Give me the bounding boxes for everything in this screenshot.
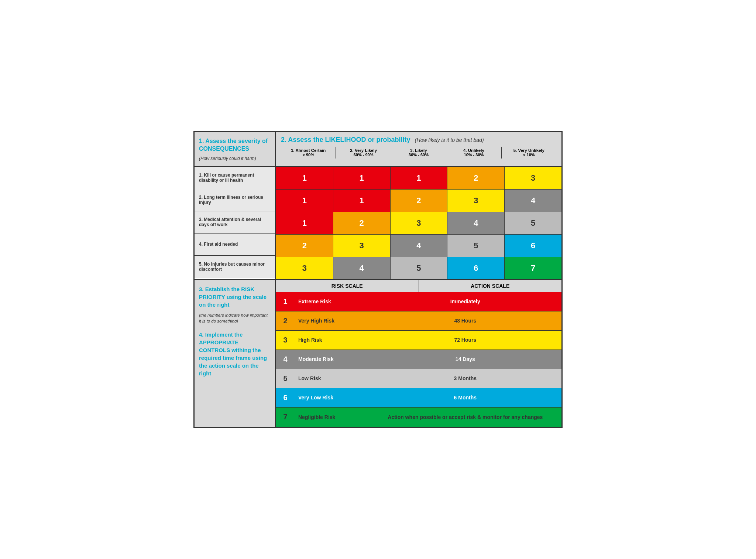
matrix-cell-2-1: 1 (276, 190, 333, 212)
scale-row-7: 7Negligible RiskAction when possible or … (276, 408, 561, 427)
matrix-cell-2-3: 2 (390, 190, 447, 212)
scale-action-6: 6 Months (369, 388, 561, 407)
scale-num-1: 1 (276, 292, 295, 311)
likelihood-columns: 1. Almost Certain> 90%2. Very Likely60% … (281, 147, 556, 159)
matrix-cell-1-4: 2 (447, 167, 504, 189)
scale-row-1: 1Extreme RiskImmediately (276, 292, 561, 311)
scale-row-2: 2Very High Risk48 Hours (276, 311, 561, 331)
scale-action-4: 14 Days (369, 350, 561, 369)
bottom-right: RISK SCALE ACTION SCALE 1Extreme RiskImm… (276, 280, 561, 427)
consequences-subtitle: (How seriously could it harm) (199, 156, 271, 161)
consequences-header: 1. Assess the severity of CONSEQUENCES (… (195, 132, 276, 166)
scale-num-4: 4 (276, 350, 295, 369)
matrix-cell-3-1: 1 (276, 212, 333, 234)
scale-row-4: 4Moderate Risk14 Days (276, 350, 561, 369)
matrix-cell-4-3: 4 (390, 235, 447, 257)
matrix-cell-2-2: 1 (333, 190, 390, 212)
bottom-section: 3. Establish the RISK PRIORITY using the… (195, 280, 561, 427)
scale-left-5: 5Low Risk (276, 369, 369, 388)
scale-label-7: Negligible Risk (295, 408, 369, 427)
severity-cell-1: 1. Kill or cause permanent disability or… (195, 167, 275, 189)
matrix-cell-5-3: 5 (390, 257, 447, 279)
likelihood-subtitle: (How likely is it to be that bad) (415, 137, 484, 143)
consequences-title: 1. Assess the severity of CONSEQUENCES (199, 137, 271, 153)
matrix-cell-4-1: 2 (276, 235, 333, 257)
scale-action-3: 72 Hours (369, 331, 561, 350)
bottom-left: 3. Establish the RISK PRIORITY using the… (195, 280, 276, 427)
matrix-cell-1-2: 1 (333, 167, 390, 189)
scale-label-1: Extreme Risk (295, 292, 369, 311)
scale-label-5: Low Risk (295, 369, 369, 388)
matrix-cell-3-2: 2 (333, 212, 390, 234)
scale-num-7: 7 (276, 408, 295, 427)
scale-rows: 1Extreme RiskImmediately2Very High Risk4… (276, 292, 561, 427)
matrix-cell-3-3: 3 (390, 212, 447, 234)
likelihood-title: 2. Assess the LIKELIHOOD or probability (281, 136, 410, 143)
matrix-row-4: 23456 (276, 235, 561, 257)
step4-title: 4. Implement the APPROPRIATE CONTROLS wi… (199, 331, 271, 377)
matrix-cell-2-5: 4 (504, 190, 561, 212)
matrix-row-1: 11123 (276, 167, 561, 190)
scale-action-5: 3 Months (369, 369, 561, 388)
severity-cell-5: 5. No injuries but causes minor discomfo… (195, 256, 275, 278)
scale-left-4: 4Moderate Risk (276, 350, 369, 369)
step3-note: (the numbers indicate how important it i… (199, 312, 271, 324)
scale-left-1: 1Extreme Risk (276, 292, 369, 311)
likelihood-col: 2. Very Likely60% - 90% (336, 147, 391, 159)
scale-label-6: Very Low Risk (295, 388, 369, 407)
scale-row-5: 5Low Risk3 Months (276, 369, 561, 388)
likelihood-col: 1. Almost Certain> 90% (281, 147, 336, 159)
matrix-cell-5-2: 4 (333, 257, 390, 279)
severity-cell-2: 2. Long term illness or serious injury (195, 189, 275, 211)
likelihood-col: 5. Very Unlikely< 10% (501, 147, 556, 159)
action-scale-header: ACTION SCALE (419, 280, 562, 292)
severity-column: 1. Kill or cause permanent disability or… (195, 167, 276, 279)
scale-action-1: Immediately (369, 292, 561, 311)
step3-title: 3. Establish the RISK PRIORITY using the… (199, 285, 271, 309)
scale-row-3: 3High Risk72 Hours (276, 331, 561, 350)
scale-header-row: RISK SCALE ACTION SCALE (276, 280, 561, 292)
scale-num-2: 2 (276, 311, 295, 330)
matrix-grid: 1112311234123452345634567 (276, 167, 561, 279)
risk-matrix-container: 1. Assess the severity of CONSEQUENCES (… (193, 131, 563, 428)
scale-num-3: 3 (276, 331, 295, 350)
matrix-section: 1. Kill or cause permanent disability or… (195, 167, 561, 280)
matrix-cell-3-4: 4 (447, 212, 504, 234)
scale-num-6: 6 (276, 388, 295, 407)
severity-cell-3: 3. Medical attention & several days off … (195, 211, 275, 234)
likelihood-header: 2. Assess the LIKELIHOOD or probability … (276, 132, 561, 166)
scale-row-6: 6Very Low Risk6 Months (276, 388, 561, 408)
header-row: 1. Assess the severity of CONSEQUENCES (… (195, 132, 561, 167)
matrix-cell-1-5: 3 (504, 167, 561, 189)
scale-label-4: Moderate Risk (295, 350, 369, 369)
risk-scale-header: RISK SCALE (276, 280, 419, 292)
matrix-cell-1-1: 1 (276, 167, 333, 189)
matrix-cell-5-5: 7 (504, 257, 561, 279)
likelihood-col: 4. Unlikely10% - 30% (446, 147, 501, 159)
matrix-row-5: 34567 (276, 257, 561, 279)
matrix-cell-5-4: 6 (447, 257, 504, 279)
scale-label-2: Very High Risk (295, 311, 369, 330)
scale-action-7: Action when possible or accept risk & mo… (369, 408, 561, 427)
scale-label-3: High Risk (295, 331, 369, 350)
matrix-cell-4-4: 5 (447, 235, 504, 257)
likelihood-col: 3. Likely30% - 60% (391, 147, 446, 159)
matrix-cell-3-5: 5 (504, 212, 561, 234)
scale-action-2: 48 Hours (369, 311, 561, 330)
scale-left-3: 3High Risk (276, 331, 369, 350)
scale-left-2: 2Very High Risk (276, 311, 369, 330)
severity-cell-4: 4. First aid needed (195, 234, 275, 256)
scale-left-6: 6Very Low Risk (276, 388, 369, 407)
scale-num-5: 5 (276, 369, 295, 388)
matrix-row-3: 12345 (276, 212, 561, 235)
scale-left-7: 7Negligible Risk (276, 408, 369, 427)
matrix-cell-2-4: 3 (447, 190, 504, 212)
matrix-cell-4-2: 3 (333, 235, 390, 257)
matrix-cell-4-5: 6 (504, 235, 561, 257)
matrix-cell-5-1: 3 (276, 257, 333, 279)
matrix-row-2: 11234 (276, 190, 561, 212)
matrix-cell-1-3: 1 (390, 167, 447, 189)
